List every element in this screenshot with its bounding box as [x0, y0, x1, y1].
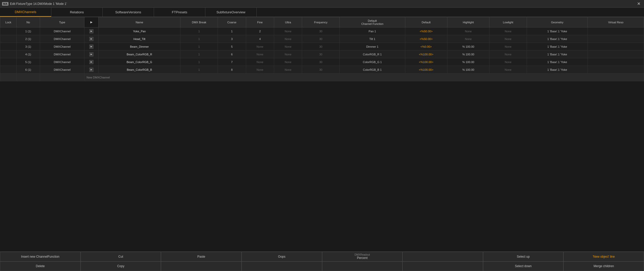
toolbar-empty-1: [402, 252, 483, 262]
new-object-line-button[interactable]: 'New object' line: [563, 252, 644, 262]
tabbar: DMXChannels Relations SoftwareVersions F…: [0, 8, 644, 17]
oops-button[interactable]: Oops: [242, 252, 322, 262]
col-header-dmxbreak: DMX Break: [180, 17, 218, 27]
close-button[interactable]: ✕: [636, 1, 642, 6]
toolbar-row-2: Delete Copy Select down Merge children: [0, 262, 644, 271]
app-logo: MA: [2, 2, 8, 6]
tab-subfixtureoverview[interactable]: SubfixtureOverview: [205, 8, 257, 17]
new-dmxchannel-row[interactable]: New DMXChannel: [0, 74, 644, 81]
tab-softwareversions[interactable]: SoftwareVersions: [103, 8, 154, 17]
col-header-defaultchanfunc: Default Channel Function: [340, 17, 405, 27]
col-header-name: Name: [99, 17, 180, 27]
main-content: Lock No Type ▶ Name DMX Break Coarse Fin…: [0, 17, 644, 252]
table-row[interactable]: 4 (1)DMXChannel▶Beam_ColorRGB_R16NoneNon…: [0, 51, 644, 58]
table-row[interactable]: 3 (1)DMXChannel▶Beam_Dimmer15NoneNone30D…: [0, 43, 644, 51]
col-header-no: No: [16, 17, 40, 27]
col-header-virtualreso: Virtual Reso: [588, 17, 644, 27]
select-down-button[interactable]: Select down: [483, 262, 564, 271]
toolbar-empty-2: [161, 262, 242, 271]
table-row[interactable]: 2 (1)DMXChannel▶Head_Tilt134None30Tilt 1…: [0, 35, 644, 43]
col-header-lock: Lock: [0, 17, 17, 27]
dmx-channels-table: Lock No Type ▶ Name DMX Break Coarse Fin…: [0, 17, 644, 81]
expand-arrow-icon[interactable]: ▶: [89, 68, 93, 72]
expand-arrow-icon[interactable]: ▶: [89, 45, 93, 49]
col-header-geometry: Geometry: [527, 17, 588, 27]
expand-arrow-icon[interactable]: ▶: [89, 37, 93, 41]
select-up-button[interactable]: Select up: [483, 252, 564, 262]
dmxreadout-button[interactable]: DMXReadout Percent: [322, 252, 403, 262]
merge-children-button[interactable]: Merge children: [563, 262, 644, 271]
table-row[interactable]: 6 (1)DMXChannel▶Beam_ColorRGB_B18NoneNon…: [0, 66, 644, 74]
col-header-coarse: Coarse: [218, 17, 246, 27]
toolbar-empty-5: [402, 262, 483, 271]
toolbar-empty-3: [242, 262, 322, 271]
toolbar-empty-4: [322, 262, 403, 271]
col-header-arrow: ▶: [84, 17, 99, 27]
col-header-frequency: Frequency: [302, 17, 340, 27]
copy-button[interactable]: Copy: [81, 262, 161, 271]
tab-ftpresets[interactable]: FTPresets: [154, 8, 205, 17]
col-header-fine: Fine: [246, 17, 274, 27]
tab-relations[interactable]: Relations: [51, 8, 103, 17]
table-row[interactable]: 1 (1)DMXChannel▶Yoke_Pan112None30Pan 1<%…: [0, 27, 644, 35]
paste-button[interactable]: Paste: [161, 252, 242, 262]
tab-dmxchannels[interactable]: DMXChannels: [0, 8, 51, 17]
expand-arrow-icon[interactable]: ▶: [89, 52, 93, 56]
titlebar-left: MA Edit FixtureType 14.DMXMode 1 'Mode 1…: [2, 2, 67, 6]
dmxreadout-label: DMXReadout: [354, 253, 370, 256]
col-header-default: Default: [405, 17, 447, 27]
col-header-ultra: Ultra: [274, 17, 302, 27]
cut-button[interactable]: Cut: [81, 252, 161, 262]
toolbar-row-1: Insert new ChannelFunction Cut Paste Oop…: [0, 252, 644, 262]
bottom-toolbar: Insert new ChannelFunction Cut Paste Oop…: [0, 252, 644, 271]
table-body: 1 (1)DMXChannel▶Yoke_Pan112None30Pan 1<%…: [0, 27, 644, 81]
expand-arrow-icon[interactable]: ▶: [89, 60, 93, 64]
dmxreadout-value: Percent: [357, 256, 368, 260]
delete-button[interactable]: Delete: [0, 262, 81, 271]
table-row[interactable]: 5 (1)DMXChannel▶Beam_ColorRGB_G17NoneNon…: [0, 58, 644, 66]
col-header-lowlight: Lowlight: [489, 17, 527, 27]
titlebar: MA Edit FixtureType 14.DMXMode 1 'Mode 1…: [0, 0, 644, 8]
col-header-highlight: Highlight: [447, 17, 489, 27]
titlebar-title: Edit FixtureType 14.DMXMode 1 'Mode 1': [10, 2, 67, 6]
insert-new-channelfunction-button[interactable]: Insert new ChannelFunction: [0, 252, 81, 262]
col-header-type: Type: [40, 17, 84, 27]
expand-arrow-icon[interactable]: ▶: [89, 29, 93, 33]
new-dmxchannel-label[interactable]: New DMXChannel: [84, 74, 644, 81]
table-header-row: Lock No Type ▶ Name DMX Break Coarse Fin…: [0, 17, 644, 27]
